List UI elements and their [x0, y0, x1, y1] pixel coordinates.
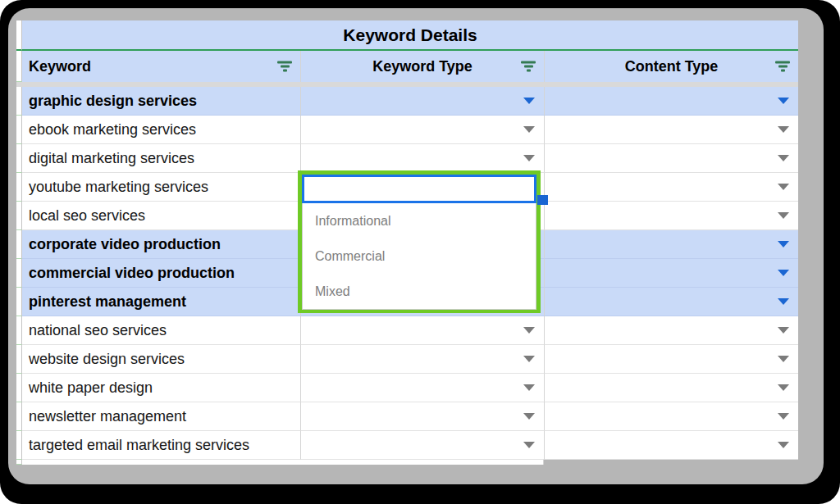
screenshot-black-frame: Keyword Details Keyword Keyword Type Con…: [0, 0, 840, 504]
dropdown-arrow-icon[interactable]: [523, 327, 535, 334]
content-type-cell[interactable]: [545, 173, 798, 202]
content-type-cell[interactable]: [545, 431, 798, 460]
keyword-type-cell[interactable]: [301, 116, 545, 144]
keyword-cell[interactable]: pinterest management: [22, 288, 301, 316]
row-edge-sliver: [16, 402, 22, 431]
dropdown-arrow-icon[interactable]: [523, 126, 535, 133]
keyword-cell[interactable]: youtube marketing services: [22, 173, 301, 202]
row-edge-sliver: [16, 288, 22, 316]
dropdown-menu: InformationalCommercialMixed: [302, 203, 536, 310]
row-edge-sliver: [16, 431, 22, 460]
dropdown-arrow-icon[interactable]: [778, 298, 789, 305]
dropdown-arrow-icon[interactable]: [778, 184, 789, 190]
row-edge-sliver: [16, 316, 22, 345]
row-edge-sliver: [16, 259, 22, 288]
content-type-cell[interactable]: [545, 87, 798, 116]
row-edge-sliver: [16, 116, 22, 144]
dropdown-arrow-icon[interactable]: [778, 442, 789, 448]
filter-icon[interactable]: [775, 61, 790, 72]
keyword-cell[interactable]: digital marketing services: [22, 144, 301, 173]
dropdown-arrow-icon[interactable]: [523, 356, 535, 362]
row-edge-sliver: [16, 20, 22, 51]
table-row: newsletter management: [16, 402, 798, 431]
dropdown-arrow-icon[interactable]: [778, 356, 789, 362]
table-row: website design services: [16, 345, 798, 374]
content-type-cell[interactable]: [545, 402, 798, 431]
spreadsheet-surround: Keyword Details Keyword Keyword Type Con…: [8, 8, 824, 484]
column-header-label: Content Type: [625, 58, 719, 75]
dropdown-option[interactable]: Commercial: [303, 238, 536, 274]
table-title-row: Keyword Details: [16, 20, 798, 51]
table-row: graphic design services: [16, 87, 798, 116]
keyword-type-cell[interactable]: [301, 316, 545, 345]
keyword-type-cell[interactable]: [301, 144, 545, 173]
keyword-cell[interactable]: local seo services: [22, 202, 301, 230]
keyword-cell[interactable]: graphic design services: [22, 87, 301, 116]
dropdown-arrow-icon[interactable]: [778, 126, 789, 133]
filter-icon[interactable]: [521, 61, 536, 72]
fill-handle[interactable]: [537, 195, 548, 205]
table-header-row: Keyword Keyword Type Content Type: [16, 51, 798, 82]
content-type-cell[interactable]: [545, 259, 798, 288]
content-type-cell[interactable]: [545, 288, 798, 316]
keyword-type-cell[interactable]: [301, 374, 545, 402]
filter-icon[interactable]: [277, 61, 292, 72]
dropdown-arrow-icon[interactable]: [778, 413, 789, 420]
keyword-cell[interactable]: newsletter management: [22, 402, 301, 431]
dropdown-arrow-icon[interactable]: [778, 212, 789, 219]
keyword-type-cell[interactable]: [301, 402, 545, 431]
keyword-type-cell[interactable]: [301, 345, 545, 374]
dropdown-arrow-icon[interactable]: [523, 384, 535, 391]
dropdown-arrow-icon[interactable]: [778, 241, 789, 247]
dropdown-arrow-icon[interactable]: [523, 155, 535, 161]
keyword-cell[interactable]: white paper design: [22, 374, 301, 402]
dropdown-arrow-icon[interactable]: [778, 327, 789, 334]
content-type-cell[interactable]: [545, 374, 798, 402]
dropdown-arrow-icon[interactable]: [778, 270, 789, 276]
keyword-cell[interactable]: national seo services: [22, 316, 301, 345]
keyword-cell[interactable]: commercial video production: [22, 259, 301, 288]
keyword-cell[interactable]: website design services: [22, 345, 301, 374]
table-row: digital marketing services: [16, 144, 798, 173]
table-row: ebook marketing services: [16, 116, 798, 144]
dropdown-arrow-icon[interactable]: [523, 98, 535, 104]
column-header-label: Keyword Type: [372, 58, 472, 75]
content-type-cell[interactable]: [545, 230, 798, 259]
row-edge-sliver: [16, 345, 22, 374]
row-edge-sliver: [16, 51, 22, 82]
dropdown-arrow-icon[interactable]: [523, 413, 535, 420]
column-header-keyword-type[interactable]: Keyword Type: [301, 51, 545, 82]
keyword-cell[interactable]: corporate video production: [22, 230, 301, 259]
column-header-keyword[interactable]: Keyword: [22, 51, 301, 82]
keyword-type-cell[interactable]: [301, 431, 545, 460]
row-edge-sliver: [16, 230, 22, 259]
keyword-type-cell[interactable]: [301, 87, 545, 116]
row-edge-sliver: [16, 374, 22, 402]
column-header-label: Keyword: [29, 58, 91, 75]
row-edge-sliver: [16, 202, 22, 230]
row-edge-sliver: [16, 87, 22, 116]
row-edge-sliver: [16, 173, 22, 202]
row-edge-sliver: [16, 460, 22, 465]
content-type-cell[interactable]: [545, 144, 798, 173]
table-row: national seo services: [16, 316, 798, 345]
dropdown-arrow-icon[interactable]: [778, 98, 789, 104]
content-type-cell[interactable]: [545, 202, 798, 230]
active-cell-editor[interactable]: [302, 175, 536, 203]
content-type-cell[interactable]: [545, 316, 798, 345]
keyword-cell[interactable]: targeted email marketing services: [22, 431, 301, 460]
column-header-content-type[interactable]: Content Type: [545, 51, 798, 82]
dropdown-arrow-icon[interactable]: [778, 155, 789, 161]
table-title: Keyword Details: [343, 25, 477, 45]
table-title-cell[interactable]: Keyword Details: [22, 20, 798, 51]
table-row: white paper design: [16, 374, 798, 402]
table-row: targeted email marketing services: [16, 431, 798, 460]
dropdown-arrow-icon[interactable]: [523, 442, 535, 448]
dropdown-option[interactable]: Informational: [303, 203, 536, 238]
dropdown-option[interactable]: Mixed: [303, 274, 536, 309]
content-type-cell[interactable]: [545, 116, 798, 144]
dropdown-arrow-icon[interactable]: [778, 384, 789, 391]
content-type-cell[interactable]: [545, 345, 798, 374]
keyword-type-dropdown-popup: InformationalCommercialMixed: [298, 170, 541, 313]
keyword-cell[interactable]: ebook marketing services: [22, 116, 301, 144]
